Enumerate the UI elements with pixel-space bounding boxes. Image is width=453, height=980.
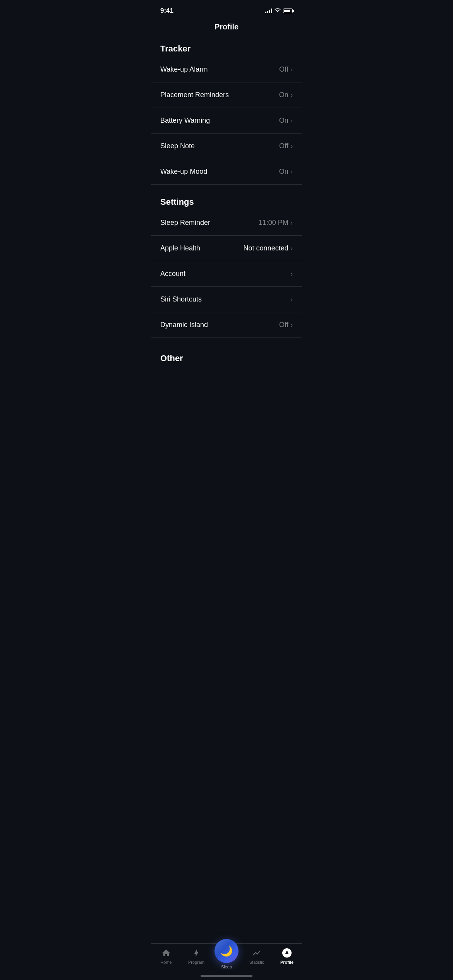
placement-reminders-label: Placement Reminders xyxy=(160,91,229,99)
wifi-icon xyxy=(275,8,281,14)
page-title: Profile xyxy=(151,19,302,38)
dynamic-island-label: Dynamic Island xyxy=(160,321,208,329)
chevron-icon: › xyxy=(291,92,293,99)
wake-up-alarm-item[interactable]: Wake-up Alarm Off › xyxy=(151,57,302,82)
content-area: Tracker Wake-up Alarm Off › Placement Re… xyxy=(151,38,302,405)
chevron-icon: › xyxy=(291,168,293,175)
other-section-header: Other xyxy=(151,347,302,367)
battery-icon xyxy=(283,9,293,13)
account-item[interactable]: Account › xyxy=(151,261,302,287)
settings-section-header: Settings xyxy=(151,191,302,210)
sleep-reminder-item[interactable]: Sleep Reminder 11:00 PM › xyxy=(151,210,302,236)
account-value: › xyxy=(291,271,293,278)
dynamic-island-item[interactable]: Dynamic Island Off › xyxy=(151,312,302,338)
apple-health-item[interactable]: Apple Health Not connected › xyxy=(151,236,302,261)
wake-up-alarm-label: Wake-up Alarm xyxy=(160,65,208,74)
chevron-icon: › xyxy=(291,322,293,329)
chevron-icon: › xyxy=(291,219,293,226)
tracker-section-header: Tracker xyxy=(151,38,302,57)
apple-health-value: Not connected › xyxy=(244,244,293,252)
wake-up-alarm-value: Off › xyxy=(279,65,293,74)
chevron-icon: › xyxy=(291,271,293,278)
sleep-note-item[interactable]: Sleep Note Off › xyxy=(151,134,302,159)
status-bar: 9:41 xyxy=(151,0,302,19)
chevron-icon: › xyxy=(291,245,293,252)
siri-shortcuts-value: › xyxy=(291,296,293,303)
placement-reminders-value: On › xyxy=(279,91,293,99)
status-time: 9:41 xyxy=(160,7,173,15)
chevron-icon: › xyxy=(291,66,293,73)
chevron-icon: › xyxy=(291,143,293,150)
chevron-icon: › xyxy=(291,117,293,124)
dynamic-island-value: Off › xyxy=(279,321,293,329)
battery-warning-item[interactable]: Battery Warning On › xyxy=(151,108,302,134)
sleep-reminder-label: Sleep Reminder xyxy=(160,219,210,227)
sleep-note-label: Sleep Note xyxy=(160,142,195,150)
wake-up-mood-label: Wake-up Mood xyxy=(160,168,207,176)
siri-shortcuts-item[interactable]: Siri Shortcuts › xyxy=(151,287,302,312)
battery-warning-label: Battery Warning xyxy=(160,117,210,125)
siri-shortcuts-label: Siri Shortcuts xyxy=(160,295,202,303)
wake-up-mood-value: On › xyxy=(279,168,293,176)
sleep-reminder-value: 11:00 PM › xyxy=(259,219,293,227)
battery-warning-value: On › xyxy=(279,117,293,125)
apple-health-label: Apple Health xyxy=(160,244,200,252)
wake-up-mood-item[interactable]: Wake-up Mood On › xyxy=(151,159,302,185)
signal-icon xyxy=(265,9,272,13)
status-icons xyxy=(265,8,293,14)
chevron-icon: › xyxy=(291,296,293,303)
placement-reminders-item[interactable]: Placement Reminders On › xyxy=(151,82,302,108)
sleep-note-value: Off › xyxy=(279,142,293,150)
account-label: Account xyxy=(160,270,185,278)
